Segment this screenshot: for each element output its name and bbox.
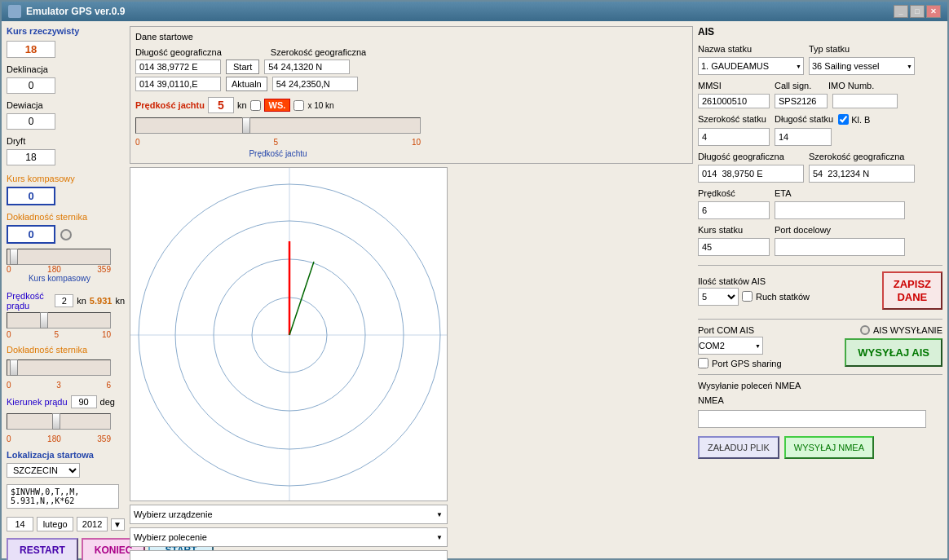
- date-year[interactable]: 2012: [77, 517, 108, 531]
- pradu-slider-thumb[interactable]: [40, 312, 48, 329]
- predkosc-thumb[interactable]: [242, 117, 250, 134]
- predkosc-slider: [135, 117, 421, 134]
- close-button[interactable]: ✕: [926, 5, 941, 18]
- date-day[interactable]: 14: [7, 517, 33, 531]
- kurs-kompasowy-label: Kurs kompasowy: [7, 174, 125, 183]
- ws-checkbox[interactable]: [250, 100, 261, 111]
- eta-input[interactable]: [775, 201, 905, 219]
- ws-label: WS.: [264, 99, 291, 112]
- dokladnosc-label: Dokładność sternika: [7, 212, 125, 222]
- coord2-n[interactable]: 54 24,2350,N: [272, 77, 358, 91]
- device-dropdown[interactable]: Wybierz urządzenie: [130, 505, 448, 524]
- start-coord-button[interactable]: Start: [226, 60, 259, 74]
- typ-dropdown[interactable]: 36 Sailing vessel: [809, 57, 915, 75]
- command-dropdown-wrapper: Wybierz polecenie ▼: [130, 527, 448, 547]
- zaladuj-button[interactable]: ZAŁADUJ PLIK: [698, 436, 779, 459]
- klb-checkbox[interactable]: [838, 114, 849, 125]
- dryft-label: Dryft: [7, 136, 125, 146]
- command-dropdown[interactable]: Wybierz polecenie: [130, 527, 448, 547]
- dewiacja-label: Dewiacja: [7, 100, 125, 110]
- deklinacja-value[interactable]: 0: [7, 77, 55, 94]
- predkosc-pradu-kn: kn: [77, 296, 86, 306]
- predkosc-jachtu-label: Prędkość jachtu: [135, 100, 205, 110]
- szerokosc-geo-input[interactable]: [809, 165, 915, 183]
- typ-label: Typ statku: [809, 44, 850, 54]
- dane-row-2: 014 39,0110,E Aktualn 54 24,2350,N: [135, 77, 687, 91]
- dane-row-1: 014 38,9772 E Start 54 24,1320 N: [135, 60, 687, 74]
- lokalizacja-dropdown[interactable]: SZCZECIN: [7, 463, 80, 478]
- com-ais-dropdown[interactable]: COM2: [698, 337, 763, 355]
- nmea-input[interactable]: [698, 410, 926, 428]
- predkosc-slider-label: Prędkość jachtu: [135, 149, 421, 158]
- coord2[interactable]: 014 39,0110,E: [135, 77, 221, 91]
- maximize-button[interactable]: □: [910, 5, 925, 18]
- predkosc-pradu-section: Prędkość prądu 2 kn 5.931 kn 0 5 10: [7, 291, 125, 339]
- port-gps-checkbox[interactable]: [698, 358, 708, 368]
- kierunek-deg: deg: [100, 397, 115, 407]
- dlugosc-stat-label: Długość statku: [775, 114, 833, 125]
- kurs-rzeczywisty-value[interactable]: 18: [7, 41, 55, 58]
- date-row: 14 lutego 2012 ▼: [7, 517, 125, 531]
- aktualn-button[interactable]: Aktualn: [226, 77, 267, 91]
- predkosc-pradu-result: 5.931: [90, 296, 113, 306]
- predkosc-pradu-kn2: kn: [115, 296, 125, 306]
- kurs-slider-thumb[interactable]: [10, 249, 18, 265]
- zapisz-button-wrapper: ZAPISZ DANE: [882, 271, 942, 310]
- date-month[interactable]: lutego: [37, 517, 73, 531]
- titlebar: Emulator GPS ver.0.9 _ □ ✕: [2, 2, 947, 21]
- ais-wysylanie-radio[interactable]: [860, 325, 870, 335]
- svg-line-7: [289, 262, 314, 335]
- predkosc-slider-labels: 0 5 10: [135, 138, 421, 147]
- chart-column: Wybierz urządzenie ▼ Wybierz polecenie ▼: [130, 167, 448, 560]
- middle-section: Dane startowe Długość geograficzna Szero…: [130, 26, 693, 560]
- coord1-n[interactable]: 54 24,1320 N: [264, 60, 350, 74]
- coord1[interactable]: 014 38,9772 E: [135, 60, 221, 74]
- wysylaj-nmea-button[interactable]: WYSYŁAJ NMEA: [784, 436, 874, 459]
- kierunek-thumb[interactable]: [52, 413, 60, 430]
- window-title: Emulator GPS ver.0.9: [26, 6, 125, 17]
- dryft-value[interactable]: 18: [7, 149, 55, 165]
- wysylaj-ais-button[interactable]: WYSYŁAJ AIS: [845, 338, 942, 367]
- x10-checkbox[interactable]: [294, 100, 304, 111]
- x10-label: x 10 kn: [307, 101, 333, 110]
- dokladnosc2-thumb[interactable]: [10, 359, 18, 376]
- dewiacja-value[interactable]: 0: [7, 113, 55, 130]
- kurs-kompasowy-value[interactable]: 0: [7, 187, 55, 205]
- titlebar-buttons: _ □ ✕: [894, 5, 941, 18]
- kurs-port-labels: Kurs statku Port docelowy: [698, 225, 942, 235]
- predkosc-ais-input[interactable]: [698, 201, 770, 219]
- predkosc-pradu-value[interactable]: 2: [55, 294, 73, 307]
- ilosc-spinner[interactable]: 5: [698, 288, 739, 306]
- kurs-ais-input[interactable]: [698, 238, 770, 256]
- titlebar-left: Emulator GPS ver.0.9: [8, 5, 125, 18]
- restart-button[interactable]: RESTART: [7, 538, 78, 560]
- szerokosc-stat-input[interactable]: [698, 128, 770, 146]
- dlugosc-stat-input[interactable]: [775, 128, 832, 146]
- main-window: Emulator GPS ver.0.9 _ □ ✕ Kurs rzeczywi…: [0, 0, 949, 560]
- mmsi-input[interactable]: [698, 94, 770, 108]
- date-picker-button[interactable]: ▼: [111, 518, 125, 531]
- nazwa-label: Nazwa statku: [698, 44, 804, 54]
- predkosc-jachtu-value[interactable]: 5: [208, 97, 234, 113]
- mmsi-inputs: [698, 94, 942, 108]
- ilosc-label: Ilość statków AIS: [698, 276, 810, 286]
- port-docelowy-input[interactable]: [775, 238, 905, 256]
- nmea-label: NMEA: [698, 395, 942, 405]
- kierunek-value[interactable]: 90: [71, 395, 97, 408]
- zapisz-button[interactable]: ZAPISZ DANE: [882, 271, 942, 310]
- kurs-slider-container: 0 180 359 Kurs kompasowy: [7, 249, 113, 283]
- callsign-input[interactable]: [775, 94, 828, 108]
- minimize-button[interactable]: _: [894, 5, 908, 18]
- nazwa-dropdown[interactable]: 1. GAUDEAMUS: [698, 57, 804, 75]
- wysylanie-nmea-label: Wysyłanie poleceń NMEA: [698, 381, 942, 390]
- klb-section: Kl. B: [838, 114, 870, 125]
- kurs-slider-sublabel: Kurs kompasowy: [7, 274, 113, 283]
- szerokosc-geo-label: Szerokość geograficzna: [809, 152, 904, 161]
- port-docelowy-label: Port docelowy: [775, 225, 831, 235]
- dokladnosc-value[interactable]: 0: [7, 225, 55, 244]
- dlugosc-geo-input[interactable]: [698, 165, 804, 183]
- dlugosc-label: Długość geograficzna: [135, 47, 222, 57]
- ruch-checkbox[interactable]: [742, 291, 753, 302]
- dane-startowe: Dane startowe Długość geograficzna Szero…: [130, 26, 693, 164]
- imo-input[interactable]: [832, 94, 898, 108]
